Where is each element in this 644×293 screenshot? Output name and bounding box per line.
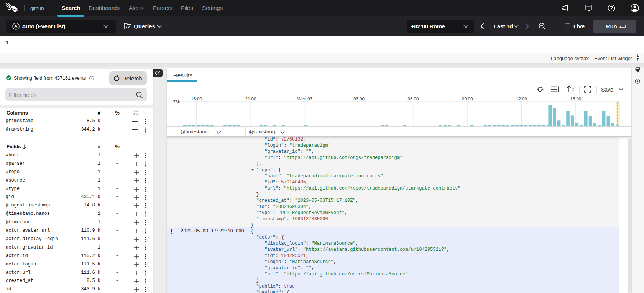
- svg-text:18:00: 18:00: [191, 97, 202, 101]
- svg-text:Wed 03: Wed 03: [297, 97, 312, 101]
- svg-text:09:00: 09:00: [462, 97, 473, 101]
- svg-text:12:00: 12:00: [516, 97, 527, 101]
- svg-text:76k: 76k: [173, 100, 180, 104]
- svg-text:21:00: 21:00: [245, 97, 256, 101]
- svg-text:15:00: 15:00: [570, 97, 581, 101]
- svg-text:03:00: 03:00: [353, 97, 365, 101]
- svg-text:06:00: 06:00: [408, 97, 419, 101]
